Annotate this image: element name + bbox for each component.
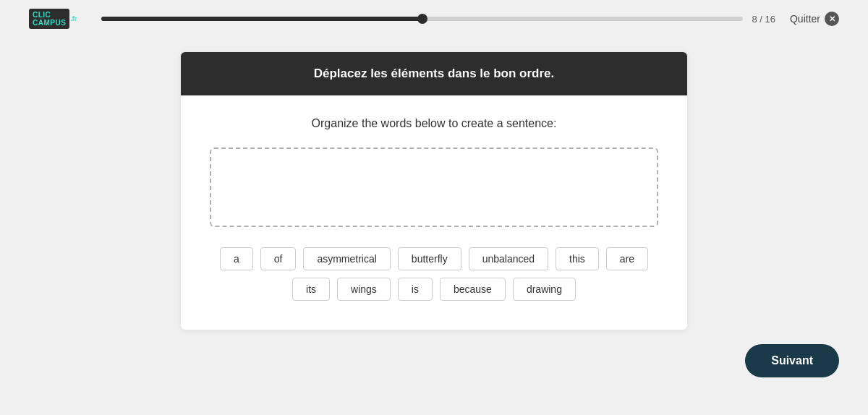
card-header: Déplacez les éléments dans le bon ordre. <box>181 52 687 95</box>
logo-box: CLIC CAMPUS <box>29 9 69 29</box>
word-tile-of[interactable]: of <box>260 247 297 270</box>
header: CLIC CAMPUS .fr 8 / 16 Quitter ✕ <box>0 0 868 38</box>
main-card: Déplacez les éléments dans le bon ordre.… <box>181 52 687 330</box>
word-tile-because[interactable]: because <box>440 278 506 301</box>
word-tile-asymmetrical[interactable]: asymmetrical <box>303 247 390 270</box>
suivant-button[interactable]: Suivant <box>745 344 839 377</box>
quit-close-icon: ✕ <box>825 12 839 26</box>
words-area: a of asymmetrical butterfly unbalanced t… <box>210 247 658 301</box>
quit-button[interactable]: Quitter ✕ <box>790 12 839 26</box>
progress-container: 8 / 16 <box>101 14 775 25</box>
progress-bar <box>101 17 743 21</box>
word-tile-drawing[interactable]: drawing <box>513 278 576 301</box>
bottom-bar: Suivant <box>0 330 868 392</box>
word-tile-its[interactable]: its <box>292 278 330 301</box>
logo: CLIC CAMPUS .fr <box>29 9 87 29</box>
word-tile-a[interactable]: a <box>220 247 253 270</box>
word-tile-are[interactable]: are <box>606 247 648 270</box>
progress-text: 8 / 16 <box>752 14 775 25</box>
card-header-text: Déplacez les éléments dans le bon ordre. <box>314 67 555 80</box>
quit-label: Quitter <box>790 13 820 25</box>
logo-clic: CLIC <box>33 11 51 19</box>
drop-zone[interactable] <box>210 147 658 227</box>
logo-campus: CAMPUS <box>33 19 66 27</box>
word-tile-unbalanced[interactable]: unbalanced <box>469 247 548 270</box>
card-body: Organize the words below to create a sen… <box>181 95 687 330</box>
word-tile-butterfly[interactable]: butterfly <box>398 247 461 270</box>
instruction-text: Organize the words below to create a sen… <box>210 117 658 130</box>
word-tile-this[interactable]: this <box>556 247 599 270</box>
logo-tld: .fr <box>70 15 77 22</box>
word-tile-is[interactable]: is <box>398 278 433 301</box>
word-tile-wings[interactable]: wings <box>337 278 391 301</box>
progress-knob <box>417 14 427 24</box>
progress-fill <box>101 17 422 21</box>
